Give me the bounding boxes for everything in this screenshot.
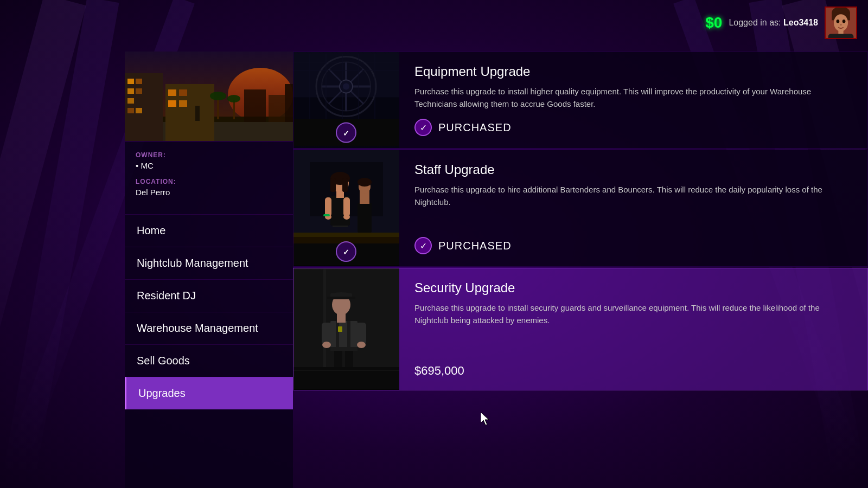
- security-upgrade-card[interactable]: Security Upgrade Purchase this upgrade t…: [293, 268, 868, 390]
- security-upgrade-price: $695,000: [414, 364, 464, 378]
- location-label: LOCATION:: [136, 178, 282, 185]
- svg-rect-60: [343, 197, 350, 216]
- security-upgrade-status: $695,000: [414, 364, 852, 378]
- staff-upgrade-info: Staff Upgrade Purchase this upgrade to h…: [399, 150, 867, 266]
- svg-rect-16: [127, 88, 134, 94]
- svg-rect-100: [327, 297, 355, 299]
- svg-rect-88: [336, 321, 339, 351]
- svg-rect-91: [330, 347, 358, 351]
- svg-rect-30: [244, 89, 266, 122]
- equipment-upgrade-status: ✓ PURCHASED: [414, 119, 852, 136]
- svg-rect-19: [127, 108, 134, 113]
- left-panel: OWNER: • MC LOCATION: Del Perro Home Nig…: [125, 52, 293, 488]
- svg-rect-8: [828, 34, 854, 38]
- nav-item-resident-dj[interactable]: Resident DJ: [125, 279, 293, 312]
- upgrades-panel: ✓ Equipment Upgrade Purchase this upgrad…: [293, 52, 868, 488]
- equipment-purchased-text: PURCHASED: [438, 121, 512, 134]
- security-upgrade-title: Security Upgrade: [414, 280, 852, 296]
- equipment-upgrade-card: ✓ Equipment Upgrade Purchase this upgrad…: [293, 52, 868, 149]
- equipment-upgrade-title: Equipment Upgrade: [414, 64, 852, 79]
- svg-rect-31: [269, 95, 285, 122]
- security-upgrade-desc: Purchase this upgrade to install securit…: [414, 302, 852, 326]
- svg-rect-83: [334, 348, 342, 370]
- header: $0 Logged in as: Leo3418: [694, 0, 868, 46]
- equipment-upgrade-image: ✓: [293, 52, 399, 148]
- username-display: Leo3418: [783, 18, 818, 27]
- security-upgrade-image: [293, 268, 399, 390]
- svg-point-73: [358, 178, 372, 187]
- staff-check-icon: ✓: [414, 237, 432, 254]
- svg-rect-93: [356, 323, 366, 344]
- svg-rect-92: [322, 323, 331, 344]
- svg-rect-25: [179, 100, 187, 107]
- svg-rect-15: [136, 79, 142, 84]
- nav-menu: Home Nightclub Management Resident DJ Wa…: [125, 214, 293, 488]
- avatar: [825, 7, 857, 39]
- owner-label: OWNER:: [136, 151, 282, 159]
- owner-value: • MC: [136, 161, 282, 170]
- svg-point-6: [840, 24, 842, 25]
- svg-rect-33: [195, 106, 200, 121]
- svg-point-3: [834, 14, 848, 31]
- svg-rect-26: [217, 98, 219, 119]
- svg-rect-90: [338, 326, 342, 332]
- svg-point-27: [210, 92, 226, 100]
- svg-rect-28: [233, 100, 235, 119]
- balance-display: $0: [705, 14, 722, 31]
- svg-rect-23: [179, 89, 187, 96]
- svg-point-5: [843, 20, 846, 23]
- svg-rect-22: [168, 89, 176, 96]
- svg-point-29: [227, 95, 240, 102]
- property-info: OWNER: • MC LOCATION: Del Perro: [125, 141, 293, 214]
- svg-rect-20: [136, 108, 142, 113]
- svg-rect-75: [293, 233, 399, 237]
- svg-rect-59: [325, 197, 331, 216]
- equipment-upgrade-desc: Purchase this upgrade to install higher …: [414, 86, 852, 110]
- svg-rect-82: [293, 269, 323, 367]
- staff-upgrade-title: Staff Upgrade: [414, 162, 852, 177]
- svg-text:✓: ✓: [343, 129, 349, 138]
- staff-upgrade-status: ✓ PURCHASED: [414, 237, 852, 254]
- logged-in-label: Logged in as: Leo3418: [729, 18, 818, 28]
- staff-purchased-text: PURCHASED: [438, 240, 512, 252]
- main-container: OWNER: • MC LOCATION: Del Perro Home Nig…: [125, 52, 868, 488]
- svg-rect-18: [127, 98, 134, 104]
- property-image: [125, 52, 293, 141]
- nav-item-nightclub-management[interactable]: Nightclub Management: [125, 247, 293, 279]
- svg-point-43: [343, 84, 349, 90]
- staff-upgrade-desc: Purchase this upgrade to hire additional…: [414, 184, 852, 208]
- nav-item-warehouse-management[interactable]: Warehouse Management: [125, 312, 293, 344]
- nav-item-sell-goods[interactable]: Sell Goods: [125, 344, 293, 377]
- svg-rect-87: [330, 321, 358, 351]
- svg-rect-84: [345, 348, 353, 370]
- svg-point-4: [837, 20, 840, 23]
- svg-point-62: [343, 214, 350, 220]
- svg-rect-102: [293, 370, 399, 371]
- staff-upgrade-image: ✓: [293, 150, 399, 266]
- svg-rect-66: [330, 178, 336, 192]
- svg-point-94: [322, 342, 331, 348]
- svg-rect-14: [127, 79, 134, 84]
- svg-rect-32: [285, 84, 293, 122]
- svg-rect-68: [323, 214, 330, 216]
- nav-item-upgrades[interactable]: Upgrades: [125, 377, 293, 409]
- svg-text:✓: ✓: [343, 248, 349, 256]
- location-value: Del Perro: [136, 188, 282, 197]
- equipment-check-icon: ✓: [414, 119, 432, 136]
- staff-upgrade-card: ✓ Staff Upgrade Purchase this upgrade to…: [293, 150, 868, 267]
- svg-rect-24: [168, 100, 176, 107]
- security-upgrade-info: Security Upgrade Purchase this upgrade t…: [399, 268, 867, 390]
- svg-rect-17: [136, 88, 142, 94]
- svg-point-95: [357, 342, 366, 348]
- svg-rect-89: [347, 321, 350, 351]
- equipment-upgrade-info: Equipment Upgrade Purchase this upgrade …: [399, 52, 867, 148]
- nav-item-home[interactable]: Home: [125, 214, 293, 247]
- svg-rect-70: [358, 203, 372, 233]
- svg-rect-67: [342, 178, 348, 192]
